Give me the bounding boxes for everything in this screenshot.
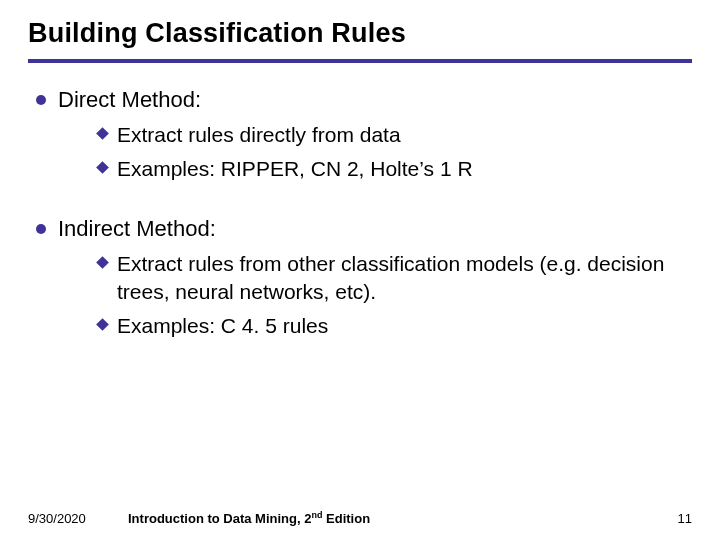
diamond-icon [96,161,109,174]
diamond-icon [96,256,109,269]
bullet-dot-icon [36,224,46,234]
bullet-text: Indirect Method: [58,216,216,242]
diamond-icon [96,127,109,140]
sub-item-text: Extract rules directly from data [117,121,401,149]
list-item: Extract rules directly from data [98,121,672,149]
sub-item-text: Examples: RIPPER, CN 2, Holte’s 1 R [117,155,473,183]
footer-page-number: 11 [652,511,692,526]
list-item: Extract rules from other classification … [98,250,672,307]
diamond-icon [96,319,109,332]
slide-footer: 9/30/2020 Introduction to Data Mining, 2… [0,510,720,526]
footer-date: 9/30/2020 [28,511,128,526]
bullet-direct-method: Direct Method: [36,87,692,113]
slide-title: Building Classification Rules [28,18,692,49]
sub-list-direct: Extract rules directly from data Example… [36,121,692,184]
bullet-text: Direct Method: [58,87,201,113]
sub-item-text: Examples: C 4. 5 rules [117,312,328,340]
title-rule [28,59,692,63]
list-item: Examples: RIPPER, CN 2, Holte’s 1 R [98,155,672,183]
footer-book-prefix: Introduction to Data Mining, 2 [128,511,311,526]
footer-book-title: Introduction to Data Mining, 2nd Edition [128,510,652,526]
bullet-indirect-method: Indirect Method: [36,216,692,242]
sub-item-text: Extract rules from other classification … [117,250,672,307]
list-item: Examples: C 4. 5 rules [98,312,672,340]
sub-list-indirect: Extract rules from other classification … [36,250,692,341]
footer-book-suffix: Edition [322,511,370,526]
footer-book-ordinal: nd [311,510,322,520]
bullet-dot-icon [36,95,46,105]
slide-content: Direct Method: Extract rules directly fr… [28,87,692,341]
